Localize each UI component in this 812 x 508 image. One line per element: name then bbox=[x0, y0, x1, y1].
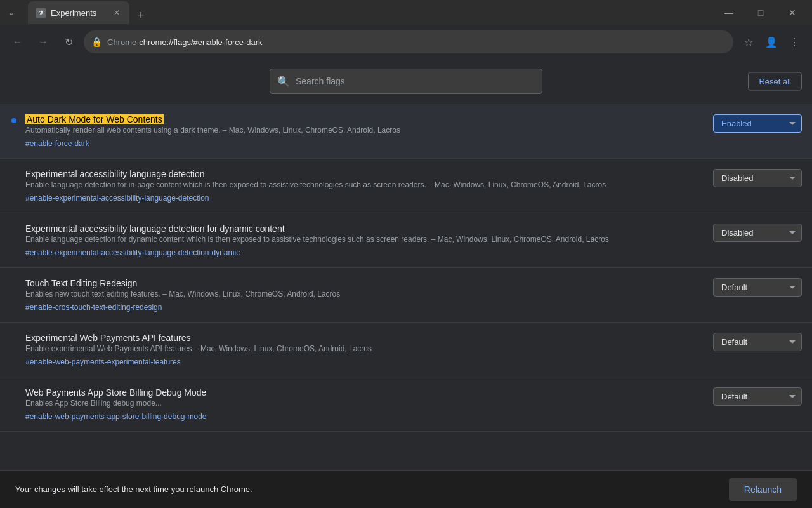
tab-bar: ⚗ Experiments ✕ + bbox=[28, 1, 709, 24]
flag-active-dot bbox=[11, 118, 16, 123]
flags-list: Auto Dark Mode for Web Contents Automati… bbox=[0, 104, 812, 508]
tab-expand-button[interactable]: ⌄ bbox=[5, 6, 18, 19]
flag-control: DefaultEnabledDisabled bbox=[713, 278, 802, 297]
flag-description: Automatically render all web contents us… bbox=[25, 124, 703, 136]
flag-item: Experimental accessibility language dete… bbox=[0, 213, 812, 268]
tab-close-button[interactable]: ✕ bbox=[112, 8, 122, 18]
flag-control: DefaultEnabledDisabled bbox=[713, 169, 802, 187]
search-input[interactable] bbox=[270, 69, 542, 94]
flag-link[interactable]: #enable-force-dark bbox=[25, 139, 89, 148]
flag-link[interactable]: #enable-web-payments-experimental-featur… bbox=[25, 358, 181, 366]
menu-button[interactable]: ⋮ bbox=[784, 32, 804, 52]
flag-name: Touch Text Editing Redesign bbox=[25, 278, 137, 288]
nav-bar: ← → ↻ 🔒 Chrome chrome://flags/#enable-fo… bbox=[0, 25, 812, 58]
flag-select[interactable]: DefaultEnabledDisabled bbox=[713, 333, 802, 351]
flag-description: Enable experimental Web Payments API fea… bbox=[25, 343, 703, 354]
bottom-message: Your changes will take effect the next t… bbox=[15, 485, 252, 494]
main-content: 🔍 Reset all Auto Dark Mode for Web Conte… bbox=[0, 58, 812, 508]
maximize-button[interactable]: □ bbox=[746, 3, 775, 22]
flag-link[interactable]: #enable-experimental-accessibility-langu… bbox=[25, 248, 240, 257]
flag-item: Web Payments App Store Billing Debug Mod… bbox=[0, 377, 812, 432]
tab-title: Experiments bbox=[51, 8, 107, 18]
flag-link[interactable]: #enable-cros-touch-text-editing-redesign bbox=[25, 303, 162, 312]
address-content: Chrome chrome://flags/#enable-force-dark bbox=[107, 37, 726, 47]
close-button[interactable]: ✕ bbox=[778, 3, 807, 22]
flag-select[interactable]: DefaultEnabledDisabled bbox=[713, 169, 802, 187]
tab-favicon: ⚗ bbox=[36, 8, 46, 18]
flag-control: DefaultEnabledDisabled bbox=[713, 333, 802, 351]
flag-info: Auto Dark Mode for Web Contents Automati… bbox=[25, 114, 713, 148]
minimize-button[interactable]: — bbox=[714, 3, 743, 22]
flag-name: Experimental Web Payments API features bbox=[25, 333, 190, 343]
address-bar[interactable]: 🔒 Chrome chrome://flags/#enable-force-da… bbox=[84, 30, 733, 53]
flag-info: Experimental accessibility language dete… bbox=[25, 169, 713, 203]
active-tab[interactable]: ⚗ Experiments ✕ bbox=[28, 1, 129, 24]
flag-name: Web Payments App Store Billing Debug Mod… bbox=[25, 387, 206, 398]
back-button[interactable]: ← bbox=[8, 32, 28, 52]
flag-item: Experimental Web Payments API features E… bbox=[0, 323, 812, 377]
flag-control: DefaultEnabledDisabled bbox=[713, 114, 802, 133]
search-area: 🔍 Reset all bbox=[0, 58, 812, 104]
chrome-icon: 🔒 bbox=[91, 37, 102, 47]
flag-item: Experimental accessibility language dete… bbox=[0, 159, 812, 213]
flag-select[interactable]: DefaultEnabledDisabled bbox=[713, 114, 802, 133]
flag-select[interactable]: DefaultEnabledDisabled bbox=[713, 224, 802, 242]
window-controls: — □ ✕ bbox=[714, 3, 807, 22]
flag-select[interactable]: DefaultEnabledDisabled bbox=[713, 387, 802, 406]
bookmark-button[interactable]: ☆ bbox=[738, 32, 759, 52]
profile-button[interactable]: 👤 bbox=[761, 32, 782, 52]
flag-link[interactable]: #enable-experimental-accessibility-langu… bbox=[25, 194, 209, 203]
relaunch-button[interactable]: Relaunch bbox=[729, 478, 797, 501]
flag-info: Touch Text Editing Redesign Enables new … bbox=[25, 278, 713, 312]
flag-name: Experimental accessibility language dete… bbox=[25, 169, 205, 179]
flag-info: Experimental accessibility language dete… bbox=[25, 224, 713, 257]
reset-all-button[interactable]: Reset all bbox=[748, 72, 802, 91]
flag-control: DefaultEnabledDisabled bbox=[713, 224, 802, 242]
bottom-bar: Your changes will take effect the next t… bbox=[0, 470, 812, 508]
forward-button[interactable]: → bbox=[33, 32, 53, 52]
flag-name-highlighted: Auto Dark Mode for Web Contents bbox=[25, 114, 164, 124]
chrome-label: Chrome bbox=[107, 37, 136, 47]
flag-description: Enables App Store Billing debug mode... bbox=[25, 398, 703, 409]
refresh-button[interactable]: ↻ bbox=[58, 32, 79, 52]
flag-description: Enable language detection for dynamic co… bbox=[25, 234, 703, 245]
flag-link[interactable]: #enable-web-payments-app-store-billing-d… bbox=[25, 412, 207, 421]
flag-select[interactable]: DefaultEnabledDisabled bbox=[713, 278, 802, 297]
flag-name: Experimental accessibility language dete… bbox=[25, 224, 285, 234]
flag-item: Touch Text Editing Redesign Enables new … bbox=[0, 268, 812, 323]
flag-name: Auto Dark Mode for Web Contents bbox=[25, 114, 164, 124]
title-bar: ⌄ ⚗ Experiments ✕ + — □ ✕ bbox=[0, 0, 812, 25]
search-icon: 🔍 bbox=[277, 76, 290, 88]
flag-control: DefaultEnabledDisabled bbox=[713, 387, 802, 406]
new-tab-button[interactable]: + bbox=[132, 6, 150, 24]
nav-right-controls: ☆ 👤 ⋮ bbox=[738, 32, 804, 52]
tab-controls-left: ⌄ bbox=[5, 6, 18, 19]
flag-info: Web Payments App Store Billing Debug Mod… bbox=[25, 387, 713, 421]
flag-description: Enable language detection for in-page co… bbox=[25, 179, 703, 190]
address-url: chrome://flags/#enable-force-dark bbox=[139, 37, 262, 47]
flag-item: Auto Dark Mode for Web Contents Automati… bbox=[0, 104, 812, 159]
search-container: 🔍 bbox=[270, 69, 542, 94]
flag-description: Enables new touch text editing features.… bbox=[25, 288, 703, 300]
flag-info: Experimental Web Payments API features E… bbox=[25, 333, 713, 366]
